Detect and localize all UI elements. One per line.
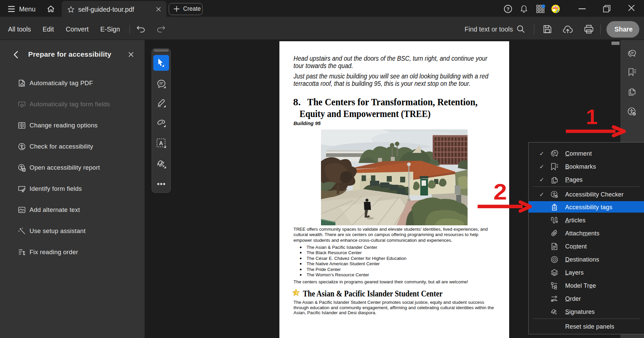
svg-text:A: A bbox=[159, 140, 163, 146]
svg-text:?: ? bbox=[506, 6, 509, 12]
